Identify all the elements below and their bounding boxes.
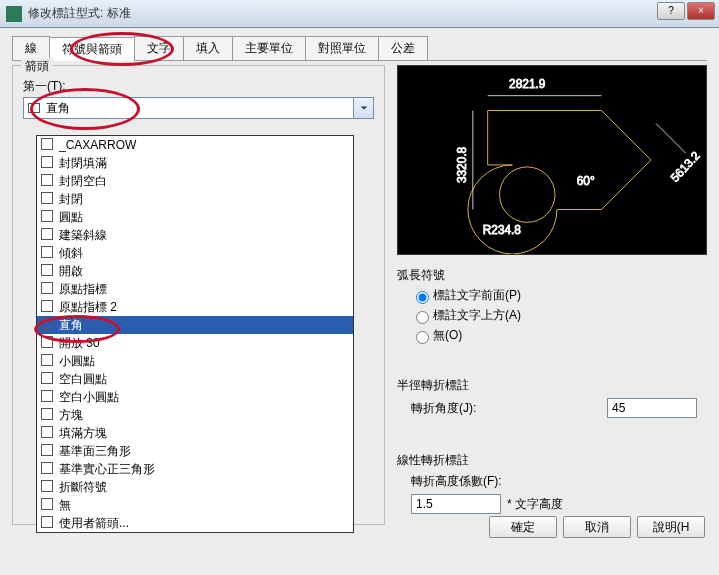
radius-jog-label: 半徑轉折標註 bbox=[397, 377, 697, 394]
radio-above-text[interactable]: 標註文字上方(A) bbox=[411, 307, 697, 324]
arrow-type-icon bbox=[41, 354, 53, 366]
jog-factor-label: 轉折高度係數(F): bbox=[411, 473, 697, 490]
tab-strip: 線 符號與箭頭 文字 填入 主要單位 對照單位 公差 bbox=[12, 36, 707, 61]
tab-fill[interactable]: 填入 bbox=[183, 36, 233, 60]
svg-line-3 bbox=[656, 123, 686, 153]
dropdown-item[interactable]: 基準面三角形 bbox=[37, 442, 353, 460]
arrow-type-icon bbox=[41, 336, 53, 348]
arrow-type-icon bbox=[41, 444, 53, 456]
chevron-down-icon[interactable] bbox=[353, 98, 373, 118]
window-buttons: ? × bbox=[657, 2, 715, 20]
arrow-type-icon bbox=[41, 246, 53, 258]
app-icon bbox=[6, 6, 22, 22]
dropdown-item[interactable]: _CAXARROW bbox=[37, 136, 353, 154]
first-arrow-label: 第一(T): bbox=[23, 78, 374, 95]
dim-left: 3320.8 bbox=[455, 146, 469, 183]
dropdown-item[interactable]: 建築斜線 bbox=[37, 226, 353, 244]
dropdown-item[interactable]: 開放 30 bbox=[37, 334, 353, 352]
dim-top: 2821.9 bbox=[509, 77, 546, 91]
dropdown-item[interactable]: 原點指標 bbox=[37, 280, 353, 298]
dropdown-item[interactable]: 開啟 bbox=[37, 262, 353, 280]
arc-length-label: 弧長符號 bbox=[397, 267, 697, 284]
dropdown-item[interactable]: 折斷符號 bbox=[37, 478, 353, 496]
close-button[interactable]: × bbox=[687, 2, 715, 20]
dropdown-item[interactable]: 基準實心正三角形 bbox=[37, 460, 353, 478]
arrow-type-icon bbox=[41, 264, 53, 276]
first-arrow-combo[interactable]: 直角 bbox=[23, 97, 374, 119]
radio-none[interactable]: 無(O) bbox=[411, 327, 697, 344]
dropdown-item[interactable]: 填滿方塊 bbox=[37, 424, 353, 442]
arrow-type-icon bbox=[41, 426, 53, 438]
dialog-buttons: 確定 取消 說明(H bbox=[489, 516, 705, 538]
tab-line[interactable]: 線 bbox=[12, 36, 50, 60]
jog-angle-label: 轉折角度(J): bbox=[411, 400, 607, 417]
dropdown-item[interactable]: 方塊 bbox=[37, 406, 353, 424]
dim-diag: 5613.2 bbox=[668, 149, 703, 185]
linear-jog-group: 線性轉折標註 轉折高度係數(F): * 文字高度 bbox=[397, 440, 707, 528]
arrow-type-icon bbox=[41, 498, 53, 510]
arc-length-group: 弧長符號 標註文字前面(P) 標註文字上方(A) 無(O) bbox=[397, 255, 707, 357]
dim-radius: R234.8 bbox=[483, 223, 522, 237]
arrows-group-label: 箭頭 bbox=[21, 58, 53, 75]
dropdown-item[interactable]: 封閉填滿 bbox=[37, 154, 353, 172]
first-arrow-value: 直角 bbox=[46, 100, 70, 117]
arrow-type-icon bbox=[41, 300, 53, 312]
dropdown-item[interactable]: 封閉空白 bbox=[37, 172, 353, 190]
jog-factor-suffix: * 文字高度 bbox=[507, 496, 563, 513]
radio-before-text[interactable]: 標註文字前面(P) bbox=[411, 287, 697, 304]
dim-angle: 60° bbox=[577, 174, 595, 188]
tab-tolerance[interactable]: 公差 bbox=[378, 36, 428, 60]
arrow-type-icon bbox=[41, 390, 53, 402]
radius-jog-group: 半徑轉折標註 轉折角度(J): bbox=[397, 365, 707, 432]
dropdown-item[interactable]: 原點指標 2 bbox=[37, 298, 353, 316]
tab-symbols-arrows[interactable]: 符號與箭頭 bbox=[49, 37, 135, 61]
tab-text[interactable]: 文字 bbox=[134, 36, 184, 60]
arrow-type-icon bbox=[41, 318, 53, 330]
arrow-dropdown-list[interactable]: _CAXARROW封閉填滿封閉空白封閉圓點建築斜線傾斜開啟原點指標原點指標 2直… bbox=[36, 135, 354, 533]
cancel-button[interactable]: 取消 bbox=[563, 516, 631, 538]
arrow-type-icon bbox=[41, 480, 53, 492]
linear-jog-label: 線性轉折標註 bbox=[397, 452, 697, 469]
tab-alt-units[interactable]: 對照單位 bbox=[305, 36, 379, 60]
dropdown-item[interactable]: 圓點 bbox=[37, 208, 353, 226]
help-button[interactable]: ? bbox=[657, 2, 685, 20]
window-title: 修改標註型式: 标准 bbox=[28, 5, 131, 22]
arrow-type-icon bbox=[41, 192, 53, 204]
tab-primary-units[interactable]: 主要單位 bbox=[232, 36, 306, 60]
arrow-type-icon bbox=[41, 408, 53, 420]
arrow-type-icon bbox=[41, 210, 53, 222]
dropdown-item[interactable]: 小圓點 bbox=[37, 352, 353, 370]
dropdown-item[interactable]: 直角 bbox=[37, 316, 353, 334]
ok-button[interactable]: 確定 bbox=[489, 516, 557, 538]
dropdown-item[interactable]: 使用者箭頭... bbox=[37, 514, 353, 532]
arrow-type-icon bbox=[41, 174, 53, 186]
arrow-type-icon bbox=[41, 228, 53, 240]
arrow-type-icon bbox=[41, 372, 53, 384]
jog-angle-input[interactable] bbox=[607, 398, 697, 418]
dropdown-item[interactable]: 傾斜 bbox=[37, 244, 353, 262]
dropdown-item[interactable]: 空白圓點 bbox=[37, 370, 353, 388]
dropdown-item[interactable]: 無 bbox=[37, 496, 353, 514]
arrow-type-icon bbox=[41, 138, 53, 150]
dropdown-item[interactable]: 空白小圓點 bbox=[37, 388, 353, 406]
combo-icon bbox=[28, 103, 40, 113]
jog-factor-input[interactable] bbox=[411, 494, 501, 514]
dimension-preview: 2821.9 3320.8 5613.2 R234.8 60° bbox=[397, 65, 707, 255]
arrow-type-icon bbox=[41, 516, 53, 528]
arrow-type-icon bbox=[41, 282, 53, 294]
arrow-type-icon bbox=[41, 156, 53, 168]
help-button[interactable]: 說明(H bbox=[637, 516, 705, 538]
titlebar: 修改標註型式: 标准 ? × bbox=[0, 0, 719, 28]
svg-point-0 bbox=[500, 167, 555, 222]
dropdown-item[interactable]: 封閉 bbox=[37, 190, 353, 208]
arrow-type-icon bbox=[41, 462, 53, 474]
